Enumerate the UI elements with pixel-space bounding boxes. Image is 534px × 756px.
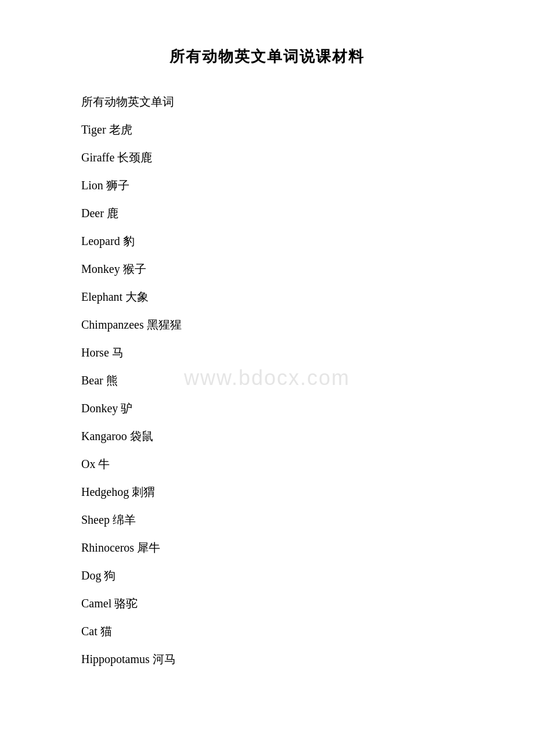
list-item: Monkey 猴子 [81, 263, 453, 275]
list-item: Elephant 大象 [81, 291, 453, 303]
list-item: Giraffe 长颈鹿 [81, 152, 453, 163]
list-item: Donkey 驴 [81, 402, 453, 414]
list-item: Cat 猫 [81, 625, 453, 637]
list-item: Rhinoceros 犀牛 [81, 542, 453, 553]
list-item: Kangaroo 袋鼠 [81, 430, 453, 442]
list-item: Ox 牛 [81, 458, 453, 470]
page-title: 所有动物英文单词说课材料 [81, 46, 453, 67]
animal-list: 所有动物英文单词Tiger 老虎Giraffe 长颈鹿Lion 狮子Deer 鹿… [81, 96, 453, 665]
page-container: www.bdocx.com 所有动物英文单词说课材料 所有动物英文单词Tiger… [0, 0, 534, 756]
list-item: Leopard 豹 [81, 235, 453, 247]
list-item: Dog 狗 [81, 570, 453, 581]
list-item: Horse 马 [81, 347, 453, 358]
list-item: Bear 熊 [81, 375, 453, 386]
list-item: Camel 骆驼 [81, 597, 453, 609]
list-item: Tiger 老虎 [81, 124, 453, 135]
list-item: 所有动物英文单词 [81, 96, 453, 107]
list-item: Deer 鹿 [81, 207, 453, 219]
list-item: Chimpanzees 黑猩猩 [81, 319, 453, 330]
list-item: Hippopotamus 河马 [81, 653, 453, 665]
list-item: Hedgehog 刺猬 [81, 486, 453, 498]
list-item: Sheep 绵羊 [81, 514, 453, 525]
list-item: Lion 狮子 [81, 179, 453, 191]
